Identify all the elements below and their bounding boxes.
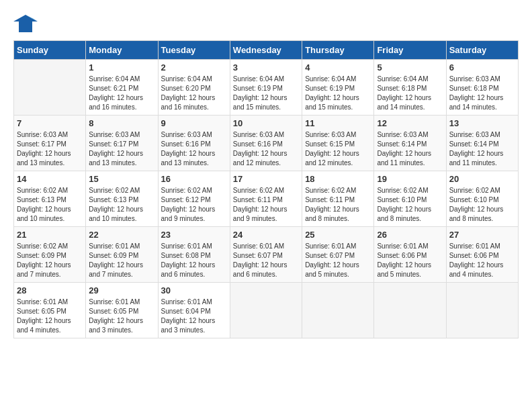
day-info: Sunrise: 6:04 AM Sunset: 6:20 PM Dayligh… — [161, 75, 227, 112]
calendar-cell: 15Sunrise: 6:02 AM Sunset: 6:13 PM Dayli… — [86, 171, 158, 227]
day-number: 13 — [449, 118, 515, 128]
calendar-cell: 16Sunrise: 6:02 AM Sunset: 6:12 PM Dayli… — [158, 171, 230, 227]
day-number: 16 — [161, 174, 227, 184]
calendar-week-4: 21Sunrise: 6:02 AM Sunset: 6:09 PM Dayli… — [14, 227, 519, 283]
day-info: Sunrise: 6:02 AM Sunset: 6:11 PM Dayligh… — [305, 186, 371, 224]
day-info: Sunrise: 6:03 AM Sunset: 6:17 PM Dayligh… — [89, 130, 154, 168]
calendar-cell: 17Sunrise: 6:02 AM Sunset: 6:11 PM Dayli… — [230, 171, 302, 227]
column-header-friday: Friday — [374, 41, 446, 60]
day-info: Sunrise: 6:02 AM Sunset: 6:12 PM Dayligh… — [161, 186, 227, 224]
calendar-cell: 6Sunrise: 6:03 AM Sunset: 6:18 PM Daylig… — [446, 60, 518, 116]
day-number: 1 — [89, 62, 154, 73]
logo-icon — [13, 13, 38, 34]
calendar-cell: 21Sunrise: 6:02 AM Sunset: 6:09 PM Dayli… — [14, 227, 86, 283]
day-number: 27 — [449, 230, 515, 240]
day-info: Sunrise: 6:02 AM Sunset: 6:13 PM Dayligh… — [89, 186, 154, 224]
calendar-cell: 26Sunrise: 6:01 AM Sunset: 6:06 PM Dayli… — [374, 227, 446, 283]
day-info: Sunrise: 6:04 AM Sunset: 6:18 PM Dayligh… — [377, 75, 443, 112]
day-number: 20 — [449, 174, 515, 184]
calendar-cell — [302, 283, 374, 338]
day-info: Sunrise: 6:03 AM Sunset: 6:14 PM Dayligh… — [377, 130, 443, 168]
day-info: Sunrise: 6:01 AM Sunset: 6:04 PM Dayligh… — [161, 298, 227, 335]
svg-marker-0 — [13, 15, 38, 32]
day-number: 14 — [17, 174, 83, 184]
column-header-thursday: Thursday — [302, 41, 374, 60]
calendar-cell: 29Sunrise: 6:01 AM Sunset: 6:05 PM Dayli… — [86, 283, 158, 338]
day-number: 12 — [377, 118, 443, 128]
day-number: 24 — [233, 230, 299, 240]
calendar-week-3: 14Sunrise: 6:02 AM Sunset: 6:13 PM Dayli… — [14, 171, 519, 227]
calendar-cell — [374, 283, 446, 338]
calendar-cell: 9Sunrise: 6:03 AM Sunset: 6:16 PM Daylig… — [158, 116, 230, 171]
calendar-cell: 18Sunrise: 6:02 AM Sunset: 6:11 PM Dayli… — [302, 171, 374, 227]
day-info: Sunrise: 6:02 AM Sunset: 6:10 PM Dayligh… — [449, 186, 515, 224]
day-number: 18 — [305, 174, 371, 184]
day-info: Sunrise: 6:02 AM Sunset: 6:11 PM Dayligh… — [233, 186, 299, 224]
calendar-table: SundayMondayTuesdayWednesdayThursdayFrid… — [13, 40, 519, 338]
day-number: 25 — [305, 230, 371, 240]
day-info: Sunrise: 6:03 AM Sunset: 6:17 PM Dayligh… — [17, 130, 83, 168]
calendar-cell: 20Sunrise: 6:02 AM Sunset: 6:10 PM Dayli… — [446, 171, 518, 227]
calendar-week-1: 1Sunrise: 6:04 AM Sunset: 6:21 PM Daylig… — [14, 60, 519, 116]
day-info: Sunrise: 6:03 AM Sunset: 6:16 PM Dayligh… — [233, 130, 299, 168]
calendar-cell: 25Sunrise: 6:01 AM Sunset: 6:07 PM Dayli… — [302, 227, 374, 283]
calendar-header-row: SundayMondayTuesdayWednesdayThursdayFrid… — [14, 41, 519, 60]
day-info: Sunrise: 6:01 AM Sunset: 6:07 PM Dayligh… — [233, 242, 299, 279]
day-number: 21 — [17, 230, 83, 240]
day-number: 30 — [161, 285, 227, 295]
day-info: Sunrise: 6:02 AM Sunset: 6:10 PM Dayligh… — [377, 186, 443, 224]
day-number: 6 — [449, 62, 515, 73]
calendar-cell: 11Sunrise: 6:03 AM Sunset: 6:15 PM Dayli… — [302, 116, 374, 171]
day-info: Sunrise: 6:03 AM Sunset: 6:14 PM Dayligh… — [449, 130, 515, 168]
day-number: 17 — [233, 174, 299, 184]
column-header-sunday: Sunday — [14, 41, 86, 60]
calendar-cell — [446, 283, 518, 338]
day-number: 8 — [89, 118, 154, 128]
day-number: 2 — [161, 62, 227, 73]
day-info: Sunrise: 6:04 AM Sunset: 6:21 PM Dayligh… — [89, 75, 154, 112]
day-number: 7 — [17, 118, 83, 128]
day-info: Sunrise: 6:02 AM Sunset: 6:13 PM Dayligh… — [17, 186, 83, 224]
column-header-wednesday: Wednesday — [230, 41, 302, 60]
day-number: 10 — [233, 118, 299, 128]
page-header — [13, 13, 519, 34]
calendar-cell — [230, 283, 302, 338]
day-info: Sunrise: 6:01 AM Sunset: 6:09 PM Dayligh… — [89, 242, 154, 279]
calendar-cell: 23Sunrise: 6:01 AM Sunset: 6:08 PM Dayli… — [158, 227, 230, 283]
day-info: Sunrise: 6:01 AM Sunset: 6:05 PM Dayligh… — [89, 298, 154, 335]
day-info: Sunrise: 6:01 AM Sunset: 6:07 PM Dayligh… — [305, 242, 371, 279]
column-header-tuesday: Tuesday — [158, 41, 230, 60]
calendar-week-2: 7Sunrise: 6:03 AM Sunset: 6:17 PM Daylig… — [14, 116, 519, 171]
day-number: 22 — [89, 230, 154, 240]
calendar-cell: 27Sunrise: 6:01 AM Sunset: 6:06 PM Dayli… — [446, 227, 518, 283]
calendar-week-5: 28Sunrise: 6:01 AM Sunset: 6:05 PM Dayli… — [14, 283, 519, 338]
calendar-cell: 14Sunrise: 6:02 AM Sunset: 6:13 PM Dayli… — [14, 171, 86, 227]
day-number: 11 — [305, 118, 371, 128]
day-number: 29 — [89, 285, 154, 295]
day-number: 9 — [161, 118, 227, 128]
calendar-cell: 2Sunrise: 6:04 AM Sunset: 6:20 PM Daylig… — [158, 60, 230, 116]
calendar-cell: 12Sunrise: 6:03 AM Sunset: 6:14 PM Dayli… — [374, 116, 446, 171]
calendar-cell: 13Sunrise: 6:03 AM Sunset: 6:14 PM Dayli… — [446, 116, 518, 171]
column-header-saturday: Saturday — [446, 41, 518, 60]
calendar-cell: 30Sunrise: 6:01 AM Sunset: 6:04 PM Dayli… — [158, 283, 230, 338]
day-info: Sunrise: 6:03 AM Sunset: 6:15 PM Dayligh… — [305, 130, 371, 168]
calendar-cell: 28Sunrise: 6:01 AM Sunset: 6:05 PM Dayli… — [14, 283, 86, 338]
calendar-cell: 7Sunrise: 6:03 AM Sunset: 6:17 PM Daylig… — [14, 116, 86, 171]
day-number: 23 — [161, 230, 227, 240]
calendar-cell: 5Sunrise: 6:04 AM Sunset: 6:18 PM Daylig… — [374, 60, 446, 116]
day-info: Sunrise: 6:03 AM Sunset: 6:16 PM Dayligh… — [161, 130, 227, 168]
calendar-cell: 24Sunrise: 6:01 AM Sunset: 6:07 PM Dayli… — [230, 227, 302, 283]
day-number: 26 — [377, 230, 443, 240]
day-number: 15 — [89, 174, 154, 184]
calendar-cell: 8Sunrise: 6:03 AM Sunset: 6:17 PM Daylig… — [86, 116, 158, 171]
calendar-cell: 22Sunrise: 6:01 AM Sunset: 6:09 PM Dayli… — [86, 227, 158, 283]
calendar-cell: 10Sunrise: 6:03 AM Sunset: 6:16 PM Dayli… — [230, 116, 302, 171]
calendar-cell — [14, 60, 86, 116]
day-info: Sunrise: 6:01 AM Sunset: 6:06 PM Dayligh… — [377, 242, 443, 279]
day-number: 28 — [17, 285, 83, 295]
day-info: Sunrise: 6:02 AM Sunset: 6:09 PM Dayligh… — [17, 242, 83, 279]
day-number: 4 — [305, 62, 371, 73]
day-info: Sunrise: 6:04 AM Sunset: 6:19 PM Dayligh… — [305, 75, 371, 112]
day-info: Sunrise: 6:01 AM Sunset: 6:05 PM Dayligh… — [17, 298, 83, 335]
